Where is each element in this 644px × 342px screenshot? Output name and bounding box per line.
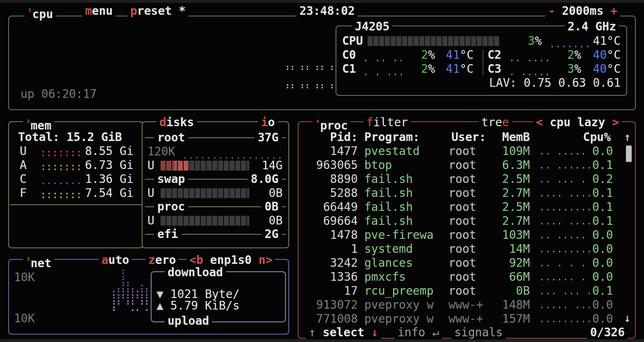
process-list: 1477 pvestatd root 109M .. ..... 0.0 963… [304, 144, 623, 326]
mem-row-used-graph: ::::::: [40, 146, 84, 160]
process-cpu-graph: ......... [539, 242, 592, 256]
net-auto-button[interactable]: auto [99, 253, 132, 267]
process-program: pmxcfs [364, 270, 448, 284]
cpu-total-percent: 3% [501, 34, 542, 48]
upload-speed: ▲ 5.79 KiB/s [156, 299, 239, 313]
process-program: systemd [364, 242, 448, 256]
process-program: fail.sh [364, 186, 448, 200]
info-button[interactable]: info ↵ [395, 326, 442, 340]
cpu-frequency: 2.4 GHz [565, 20, 619, 34]
process-row[interactable]: 1336 pmxcfs root 66M ...... . 0.0 [304, 270, 623, 284]
tab-net[interactable]: ³net [23, 253, 54, 270]
process-pid: 1 [304, 242, 358, 256]
bottom-strip [0, 339, 644, 342]
process-cpu-graph: .... .... [539, 186, 592, 200]
mem-row-free-graph: ::::::: [40, 188, 84, 202]
net-scale-top: 10K [14, 270, 35, 284]
process-pid: 69664 [304, 214, 358, 228]
process-cpu-percent: 0.0 [592, 242, 611, 256]
process-row[interactable]: 771008 pveproxy w www-+ 157M ......... 0… [304, 312, 623, 326]
iface-next-button[interactable]: n> [259, 253, 273, 267]
process-pid: 771008 [304, 312, 358, 326]
tab-disks[interactable]: disks [156, 116, 197, 129]
header-cpu: Cpu% [561, 130, 611, 144]
io-toggle[interactable]: io [258, 116, 278, 129]
process-mem: 2.5M [494, 172, 530, 186]
top-strip [0, 0, 644, 3]
iface-name: enp1s0 [210, 253, 252, 267]
cpu-detail-box: J4205 2.4 GHz CPU 3% ......... 41°C C0 .… [336, 25, 627, 96]
process-cpu-graph: ..... ... [539, 298, 592, 312]
disk-section-efi: efi2G [144, 227, 287, 241]
core-label: C1 [342, 62, 356, 76]
select-down-arrow[interactable]: ↓ [371, 326, 378, 339]
disk-used-key: U [147, 214, 154, 228]
menu-button[interactable]: menu [82, 4, 115, 18]
process-row[interactable]: 69664 fail.sh root 2.7M .... .... 0.1 [304, 214, 623, 228]
process-pid: 1336 [304, 270, 358, 284]
sort-next-button[interactable]: > [612, 116, 619, 129]
core-temp: 41°C [438, 62, 474, 76]
net-graph-line: : .. . [107, 305, 154, 311]
process-user: root [448, 172, 494, 186]
mem-total: Total: 15.2 GiB [18, 130, 122, 144]
update-interval-control: - 2000ms + [545, 4, 620, 18]
process-cpu-graph: .. . . . [539, 256, 592, 270]
scrollbar-thumb[interactable] [626, 146, 632, 162]
process-row[interactable]: 1478 pve-firewa root 103M .. ..... 0.0 [304, 228, 623, 242]
iface-prev-button[interactable]: <b [189, 253, 203, 267]
tab-cpu[interactable]: ¹cpu [25, 4, 56, 21]
disk-proc-used-value: 0B [250, 214, 283, 228]
proc-tree-button[interactable]: tree [478, 116, 512, 129]
net-interface-switch[interactable]: <b enp1s0 n> [186, 253, 275, 267]
process-row[interactable]: 3242 glances root 92M .. . . . 0.0 [304, 256, 623, 270]
interval-value [555, 4, 562, 18]
signals-button[interactable]: signals [451, 326, 506, 340]
process-mem: 92M [494, 256, 530, 270]
sort-direction-arrow[interactable]: ↑ [624, 130, 631, 144]
process-row[interactable]: 17 rcu_preemp root 0B ... ... . 0.1 [304, 284, 623, 298]
process-cpu-graph: .. ...... [539, 158, 592, 172]
preset-button[interactable]: preset * [127, 4, 189, 18]
proc-sort-control: < cpu lazy > [533, 116, 622, 129]
process-program: fail.sh [364, 200, 448, 214]
process-row[interactable]: 1477 pvestatd root 109M .. ..... 0.0 [304, 144, 623, 158]
scroll-down-arrow[interactable]: ↓ [624, 311, 631, 325]
process-cpu-percent: 0.0 [592, 298, 611, 312]
process-program: pveproxy w [364, 298, 448, 312]
select-up-arrow[interactable]: ↑ [309, 326, 316, 339]
process-row[interactable]: 66449 fail.sh root 2.5M ......... 0.1 [304, 200, 623, 214]
process-pid: 66449 [304, 200, 358, 214]
core-percent: 3% [551, 62, 581, 76]
sort-prev-button[interactable]: < [536, 116, 543, 129]
core-percent: 2% [405, 48, 435, 62]
process-cpu-graph: ......... [539, 200, 592, 214]
disk-section-proc: proc0B [144, 200, 287, 214]
process-mem: 157M [494, 312, 530, 326]
process-cpu-percent: 0.0 [592, 256, 611, 270]
process-row[interactable]: 5288 fail.sh root 2.7M .... .... 0.1 [304, 186, 623, 200]
process-program: pve-firewa [364, 228, 448, 242]
disk-root-used-bar [161, 161, 249, 171]
disk-root-io-value: 120K [147, 145, 175, 159]
disk-swap-used-bar [161, 188, 249, 198]
process-program: rcu_preemp [364, 284, 448, 298]
interval-plus-button[interactable]: + [610, 4, 617, 18]
process-pid: 8890 [304, 172, 358, 186]
process-row[interactable]: 1 systemd root 14M ......... 0.0 [304, 242, 623, 256]
net-zero-button[interactable]: zero [145, 253, 179, 267]
interval-minus-button[interactable]: - [548, 4, 555, 18]
disk-used-key: U [147, 186, 154, 200]
select-control[interactable]: ↑ select ↓ [306, 326, 381, 340]
net-panel: ³net auto zero <b enp1s0 n> 10K 10K : : … [8, 259, 289, 335]
process-row[interactable]: 913072 pveproxy w www-+ 148M ..... ... 0… [304, 298, 623, 312]
process-program: fail.sh [364, 172, 448, 186]
process-mem: 66M [494, 270, 530, 284]
process-pid: 5288 [304, 186, 358, 200]
cpu-total-temp: 41°C [583, 34, 621, 48]
process-row[interactable]: 963065 btop root 6.3M .. ...... 0.1 [304, 158, 623, 172]
mem-row-available-value: 6.73 Gi [80, 158, 133, 172]
proc-filter-button[interactable]: filter [363, 116, 411, 129]
process-row[interactable]: 8890 fail.sh root 2.5M .. ... . 0.2 [304, 172, 623, 186]
download-label: download [165, 266, 226, 280]
